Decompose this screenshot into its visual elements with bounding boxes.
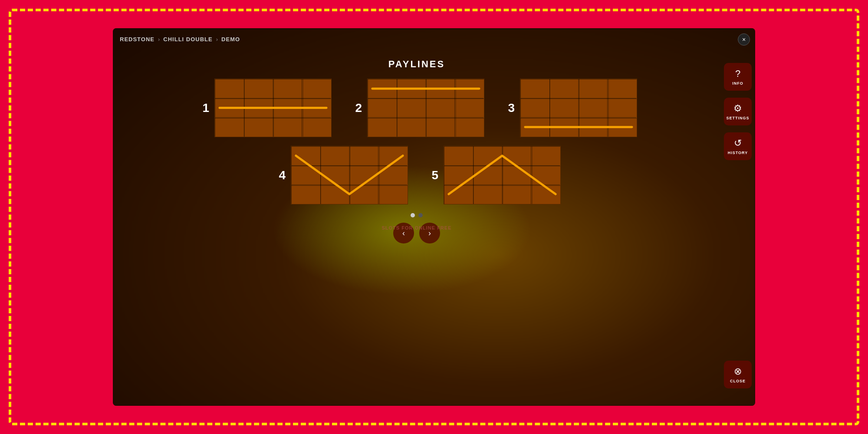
payline-item-3: 3 (502, 79, 637, 137)
payline-number-2: 2 (349, 101, 362, 115)
payline-number-1: 1 (196, 101, 209, 115)
paylines-row-1: 1 (148, 79, 686, 137)
page-title: PAYLINES (388, 59, 445, 70)
payline-number-5: 5 (425, 168, 438, 182)
watermark: SLOTS FOR ONLINE FREE (382, 225, 452, 230)
content-area: PAYLINES 1 (113, 50, 720, 406)
payline-item-4: 4 (273, 146, 408, 204)
payline-grid-3 (520, 79, 637, 137)
paylines-container: 1 (113, 79, 720, 204)
payline-grid-1 (214, 79, 332, 137)
payline-number-3: 3 (502, 101, 515, 115)
breadcrumb-sep2: › (216, 36, 218, 43)
payline-item-1: 1 (196, 79, 332, 137)
settings-icon: ⚙ (733, 103, 742, 114)
pagination (411, 213, 423, 217)
close-icon: ⊗ (734, 366, 742, 377)
close-x-button[interactable]: × (738, 33, 750, 46)
payline-grid-2 (367, 79, 484, 137)
payline-line-5 (444, 146, 560, 204)
close-label: CLOSE (730, 379, 746, 383)
payline-number-4: 4 (273, 168, 286, 182)
breadcrumb-redstone: REDSTONE (120, 36, 155, 43)
payline-line-2 (368, 79, 484, 137)
breadcrumb-sep1: › (158, 36, 160, 43)
right-sidebar: ? INFO ⚙ SETTINGS ↺ HISTORY ⊗ CLOSE (720, 28, 755, 406)
payline-item-2: 2 (349, 79, 484, 137)
settings-button[interactable]: ⚙ SETTINGS (724, 98, 752, 125)
breadcrumb-chilli: CHILLI DOUBLE (163, 36, 212, 43)
payline-line-1 (215, 79, 331, 137)
payline-line-4 (291, 146, 408, 204)
main-window: REDSTONE › CHILLI DOUBLE › DEMO × PAYLIN… (113, 28, 755, 406)
history-icon: ↺ (734, 138, 742, 149)
paylines-row-2: 4 (148, 146, 686, 204)
breadcrumb: REDSTONE › CHILLI DOUBLE › DEMO (120, 36, 240, 43)
payline-item-5: 5 (425, 146, 561, 204)
payline-line-3 (520, 79, 637, 137)
outer-border: REDSTONE › CHILLI DOUBLE › DEMO × PAYLIN… (9, 9, 859, 425)
history-button[interactable]: ↺ HISTORY (724, 132, 752, 160)
close-button[interactable]: ⊗ CLOSE (724, 361, 752, 388)
pagination-dot-2 (418, 213, 423, 217)
payline-grid-4 (291, 146, 408, 204)
info-icon: ? (735, 68, 740, 79)
settings-label: SETTINGS (726, 116, 749, 120)
top-bar: REDSTONE › CHILLI DOUBLE › DEMO (113, 28, 755, 50)
pagination-dot-1 (411, 213, 415, 217)
history-label: HISTORY (728, 151, 748, 155)
info-label: INFO (732, 81, 743, 85)
info-button[interactable]: ? INFO (724, 63, 752, 91)
payline-grid-5 (444, 146, 561, 204)
breadcrumb-demo: DEMO (221, 36, 240, 43)
